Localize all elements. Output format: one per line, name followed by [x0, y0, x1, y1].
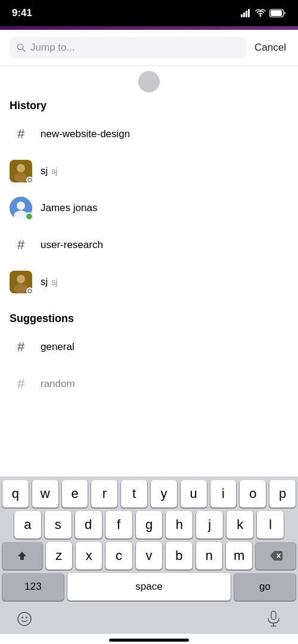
svg-rect-3 [248, 9, 250, 17]
item-name: sj [41, 165, 48, 177]
key-j[interactable]: j [196, 511, 223, 538]
keyboard: q w e r t y u i o p a s d f g h j k l z … [0, 476, 298, 644]
home-bar [109, 639, 189, 642]
key-g[interactable]: g [136, 511, 163, 538]
key-p[interactable]: p [269, 480, 296, 507]
item-subtitle: sj [51, 166, 57, 176]
status-bar: 9:41 [0, 0, 298, 26]
keyboard-row-2: a s d f g h j k l [0, 507, 298, 538]
item-name: sj [41, 276, 48, 288]
item-text: James jonas [41, 202, 97, 214]
emoji-key[interactable] [10, 605, 39, 633]
channel-hash-icon: # [10, 123, 32, 145]
key-l[interactable]: l [257, 511, 284, 538]
key-o[interactable]: o [240, 480, 266, 507]
list-item[interactable]: # general [0, 329, 298, 366]
item-name: new-website-design [41, 128, 130, 140]
item-name: user-research [41, 239, 103, 251]
channel-hash-icon: # [10, 234, 32, 256]
spacer [0, 301, 298, 308]
home-indicator [0, 634, 298, 644]
svg-point-21 [21, 617, 23, 618]
num-key[interactable]: 123 [2, 573, 64, 600]
key-h[interactable]: h [166, 511, 193, 538]
avatar-wrapper [10, 160, 32, 182]
item-name: James jonas [41, 202, 97, 214]
avatar-online-status [25, 212, 33, 221]
key-r[interactable]: r [91, 480, 117, 507]
svg-rect-6 [271, 10, 282, 16]
key-k[interactable]: k [226, 511, 253, 538]
svg-line-8 [23, 49, 25, 51]
channel-hash-icon: # [10, 336, 32, 358]
key-v[interactable]: v [136, 542, 162, 569]
drag-handle-pill [138, 71, 160, 92]
key-n[interactable]: n [196, 542, 222, 569]
key-f[interactable]: f [105, 511, 132, 538]
keyboard-row-1: q w e r t y u i o p [0, 476, 298, 507]
status-icons [241, 9, 286, 17]
space-key[interactable]: space [67, 573, 231, 600]
item-text: sj sj [41, 165, 57, 177]
svg-point-16 [17, 275, 25, 283]
signal-icon [241, 9, 252, 17]
go-key[interactable]: go [234, 573, 296, 600]
svg-point-4 [260, 15, 262, 17]
key-d[interactable]: d [75, 511, 102, 538]
key-e[interactable]: e [62, 480, 88, 507]
search-icon [17, 43, 26, 52]
backspace-key[interactable] [256, 542, 296, 569]
search-area: Cancel [0, 30, 298, 66]
key-u[interactable]: u [181, 480, 207, 507]
key-m[interactable]: m [226, 542, 252, 569]
item-text: sj sj [41, 276, 57, 288]
channel-hash-icon: # [10, 373, 32, 395]
keyboard-row-3: z x c v b n m [0, 538, 298, 569]
key-z[interactable]: z [46, 542, 72, 569]
status-time: 9:41 [12, 7, 32, 19]
list-item[interactable]: James jonas [0, 190, 298, 227]
item-text: random [41, 378, 75, 390]
key-x[interactable]: x [76, 542, 102, 569]
svg-point-10 [17, 164, 25, 172]
list-item[interactable]: sj sj [0, 153, 298, 190]
key-y[interactable]: y [151, 480, 177, 507]
svg-point-17 [14, 284, 27, 293]
svg-rect-23 [271, 611, 276, 620]
key-s[interactable]: s [45, 511, 72, 538]
mic-key[interactable] [259, 605, 288, 633]
item-name: random [41, 378, 75, 390]
svg-point-11 [14, 173, 27, 182]
svg-point-13 [17, 202, 25, 210]
svg-rect-2 [246, 11, 247, 17]
svg-rect-0 [241, 14, 243, 17]
list-item[interactable]: # new-website-design [0, 116, 298, 153]
suggestions-section-header: Suggestions [0, 308, 298, 329]
key-q[interactable]: q [2, 480, 29, 507]
avatar-wrapper [10, 197, 32, 219]
key-c[interactable]: c [105, 542, 132, 569]
avatar-wrapper [10, 271, 32, 293]
search-input[interactable] [30, 42, 239, 54]
search-input-wrapper[interactable] [10, 37, 246, 58]
svg-rect-1 [243, 13, 245, 17]
list-item[interactable]: sj sj [0, 264, 298, 301]
avatar-status [26, 177, 33, 184]
list-item[interactable]: # user-research [0, 227, 298, 264]
key-w[interactable]: w [32, 480, 58, 507]
wifi-icon [255, 9, 266, 17]
history-section-header: History [0, 95, 298, 116]
item-text: user-research [41, 239, 103, 251]
key-t[interactable]: t [121, 480, 147, 507]
keyboard-accessory-row [0, 603, 298, 634]
avatar-status [26, 287, 33, 295]
cancel-button[interactable]: Cancel [252, 42, 288, 54]
key-a[interactable]: a [14, 511, 41, 538]
item-text: general [41, 341, 74, 353]
battery-icon [269, 9, 286, 17]
keyboard-bottom-row: 123 space go [0, 569, 298, 603]
key-b[interactable]: b [166, 542, 192, 569]
shift-key[interactable] [2, 542, 42, 569]
list-item[interactable]: # random [0, 366, 298, 402]
key-i[interactable]: i [210, 480, 237, 507]
